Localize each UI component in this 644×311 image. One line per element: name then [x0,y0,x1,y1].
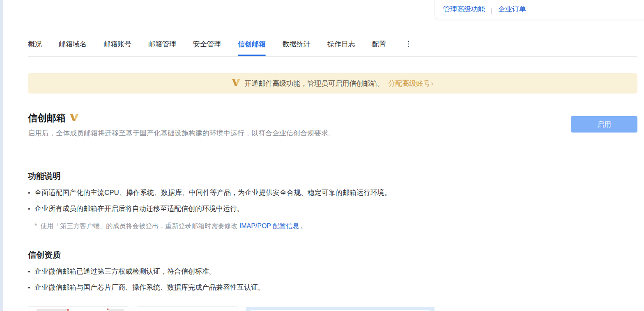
premium-notice-banner: 开通邮件高级功能，管理员可启用信创邮箱。 分配高级账号› [28,73,637,94]
v-premium-icon [232,79,240,88]
tab-mail-management[interactable]: 邮箱管理 [148,39,176,56]
section-divider [28,152,637,152]
tab-overview[interactable]: 概况 [28,39,42,56]
page-title: 信创邮箱 [28,112,66,124]
link-divider: | [491,7,492,14]
feature-item: 全面适配国产化的主流CPU、操作系统、数据库、中间件等产品，为企业提供安全合规、… [28,188,500,198]
third-party-client-note: *使用「第三方客户端」的成员将会被登出，重新登录邮箱时需要修改 IMAP/POP… [34,222,307,231]
banner-message: 开通邮件高级功能，管理员可启用信创邮箱。 [244,79,384,88]
more-tabs-kebab-icon[interactable]: ⋮ [403,39,414,48]
certificate-card [246,307,435,311]
note-text: 使用「第三方客户端」的成员将会被登出，重新登录邮箱时需要修改 [40,222,239,229]
imap-pop-config-link[interactable]: IMAP/POP 配置信息 [239,222,299,229]
assign-premium-account-link[interactable]: 分配高级账号› [388,79,433,88]
chevron-right-icon: › [431,80,433,87]
tab-bar: 概况 邮箱域名 邮箱账号 邮箱管理 安全管理 信创邮箱 数据统计 操作日志 配置… [28,39,414,56]
features-list: 全面适配国产化的主流CPU、操作系统、数据库、中间件等产品，为企业提供安全合规、… [28,188,500,220]
certificate-card [137,306,237,311]
page-description: 启用后，全体成员邮箱将迁移至基于国产化基础设施构建的环境中运行，以符合企业信创合… [28,128,480,138]
page-title-row: 信创邮箱 [28,112,79,124]
left-edge-strip [0,0,3,311]
tab-configuration[interactable]: 配置 [372,39,386,56]
tab-mail-domain[interactable]: 邮箱域名 [59,39,87,56]
tab-security-management[interactable]: 安全管理 [193,39,221,56]
features-heading: 功能说明 [28,171,61,182]
tab-xinchuang-mail[interactable]: 信创邮箱 [238,39,266,56]
qualifications-heading: 信创资质 [28,249,61,261]
tab-data-statistics[interactable]: 数据统计 [283,39,310,56]
tab-mail-account[interactable]: 邮箱账号 [104,39,131,56]
manage-premium-features-link[interactable]: 管理高级功能 [443,5,485,14]
note-suffix: 。 [300,222,307,229]
qualification-item: 企业微信邮箱与国产芯片厂商、操作系统、数据库完成产品兼容性互认证。 [28,283,500,293]
tabbar-baseline [28,56,637,57]
qualification-item: 企业微信邮箱已通过第三方权威检测认证，符合信创标准。 [28,267,500,277]
enterprise-orders-link[interactable]: 企业订单 [498,5,526,14]
certificate-card [28,306,128,311]
certificate-thumbnail [108,309,124,311]
enable-button[interactable]: 启用 [571,116,637,133]
feature-item: 企业所有成员的邮箱在开启后将自动迁移至适配信创的环境中运行。 [28,204,500,214]
qualifications-list: 企业微信邮箱已通过第三方权威检测认证，符合信创标准。 企业微信邮箱与国产芯片厂商… [28,267,500,299]
v-premium-icon [70,114,79,123]
assign-premium-account-label: 分配高级账号 [388,80,430,87]
note-asterisk: * [34,222,37,229]
header-quick-links-card: 管理高级功能 | 企业订单 [435,0,644,19]
certificate-thumbnail [37,309,68,311]
tab-operation-log[interactable]: 操作日志 [327,39,355,56]
